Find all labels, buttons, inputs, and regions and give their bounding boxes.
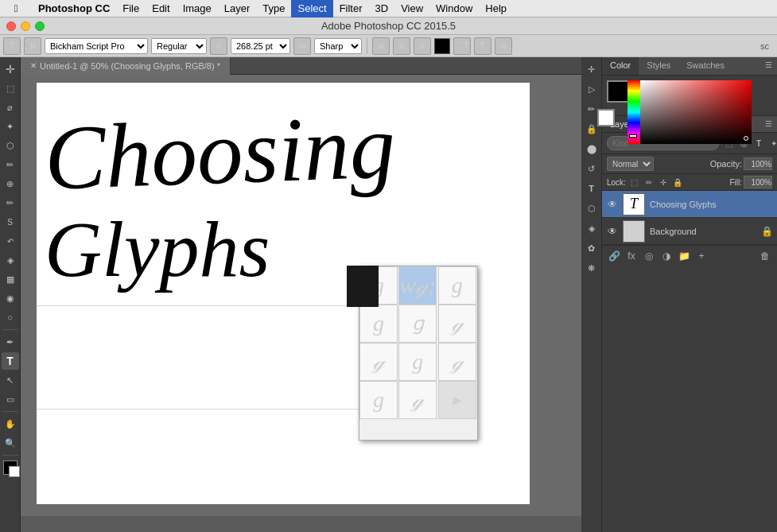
history-brush-tool[interactable]: ↶ [2, 232, 19, 250]
foreground-color[interactable] [3, 460, 17, 475]
add-style-btn[interactable]: fx [624, 249, 639, 263]
background-swatch[interactable] [597, 109, 615, 126]
pen-tool[interactable]: ✒ [2, 333, 19, 351]
fill-input[interactable] [744, 176, 772, 188]
glyph-cell-4[interactable]: ɡ [398, 305, 437, 343]
lasso-tool[interactable]: ⌀ [2, 99, 19, 116]
eyedropper-tool[interactable]: ✏ [2, 156, 19, 173]
tab-swatches[interactable]: Swatches [678, 57, 732, 75]
lock-pixels-icon[interactable]: ⬚ [629, 177, 640, 188]
flower-r[interactable]: ❋ [583, 259, 600, 277]
color-r[interactable]: ◈ [583, 219, 600, 237]
saturation-handle[interactable] [744, 136, 748, 141]
maximize-button[interactable] [35, 21, 45, 31]
move-tool[interactable]: ✛ [2, 60, 19, 78]
layer-visibility-eye-text[interactable]: 👁 [607, 199, 618, 210]
close-button[interactable] [6, 21, 16, 31]
foreground-swatch[interactable] [607, 80, 629, 103]
lock-all-icon[interactable]: 🔒 [672, 177, 683, 188]
shape-tool[interactable]: ▭ [2, 390, 19, 408]
paragraph-btn[interactable]: ¶ [474, 37, 491, 55]
brush-tool[interactable]: ✏ [2, 194, 19, 212]
anti-alias-select[interactable]: Sharp [314, 38, 362, 54]
hand-tool[interactable]: ✋ [2, 415, 19, 433]
play-btn[interactable]: ▷ [583, 80, 600, 98]
align-left-btn[interactable]: ≡ [372, 37, 390, 55]
menu-edit[interactable]: Edit [146, 0, 176, 17]
move-tool-r[interactable]: ✛ [583, 60, 600, 78]
menu-image[interactable]: Image [177, 0, 218, 17]
eraser-tool[interactable]: ◈ [2, 251, 19, 269]
lock-position-icon[interactable]: ✏ [643, 177, 655, 188]
type-tool[interactable]: T [2, 352, 19, 370]
menu-window[interactable]: Window [429, 0, 479, 17]
filter-type-icon[interactable]: T [752, 137, 765, 150]
glyph-cell-7[interactable]: g [398, 343, 437, 381]
clone-tool[interactable]: S [2, 213, 19, 231]
canvas-background[interactable]: Choosing Glyphs g wℊ; g g ɡ ℊ ℊ [21, 75, 581, 516]
plugin-r[interactable]: ✿ [583, 239, 600, 257]
healing-tool[interactable]: ⊕ [2, 175, 19, 192]
cancel-btn[interactable]: ⊘ [495, 37, 512, 55]
zoom-tool[interactable]: 🔍 [2, 434, 19, 452]
menu-type[interactable]: Type [256, 0, 291, 17]
glyph-cell-8[interactable]: ℊ [438, 343, 476, 381]
add-mask-btn[interactable]: ◎ [642, 249, 656, 263]
add-layer-btn[interactable]: + [694, 249, 709, 263]
font-size-select[interactable]: 268.25 pt [231, 38, 290, 54]
menu-layer[interactable]: Layer [218, 0, 257, 17]
glyph-cell-1[interactable]: wℊ; [398, 266, 437, 305]
lock-move-icon[interactable]: ✛ [658, 177, 669, 188]
glyph-cell-5[interactable]: ℊ [438, 305, 476, 343]
menu-filter[interactable]: Filter [333, 0, 369, 17]
minimize-button[interactable] [21, 21, 30, 31]
superscript-btn[interactable]: aa [293, 37, 311, 55]
swirl-r[interactable]: ↺ [583, 160, 600, 177]
gradient-tool[interactable]: ▦ [2, 270, 19, 288]
add-group-btn[interactable]: 📁 [677, 249, 691, 263]
background-color[interactable] [9, 466, 20, 477]
delete-layer-btn[interactable]: 🗑 [758, 249, 772, 263]
glyph-next-btn[interactable]: ▶ [438, 381, 476, 419]
font-family-select[interactable]: Bickham Script Pro [45, 38, 148, 54]
align-right-btn[interactable]: ≡ [414, 37, 431, 55]
add-adjustment-btn[interactable]: ◑ [659, 249, 674, 263]
apple-menu[interactable]:  [0, 2, 32, 14]
marquee-tool[interactable]: ⬚ [2, 80, 19, 97]
font-style-select[interactable]: Regular [151, 38, 207, 54]
dodge-tool[interactable]: ○ [2, 309, 19, 326]
menu-help[interactable]: Help [479, 0, 513, 17]
tab-styles[interactable]: Styles [639, 57, 678, 75]
tab-close[interactable]: ✕ [30, 61, 37, 70]
color-panel-menu[interactable]: ☰ [760, 57, 777, 75]
glyph-cell-10[interactable]: ℊ [398, 381, 437, 419]
type-r[interactable]: T [583, 180, 600, 197]
blur-tool[interactable]: ◉ [2, 289, 19, 307]
path-select-tool[interactable]: ↖ [2, 371, 19, 389]
color-saturation-box[interactable] [640, 80, 752, 144]
blend-mode-select[interactable]: Normal [607, 157, 654, 171]
canvas-tab[interactable]: ✕ Untitled-1 @ 50% (Choosing Glyphs, RGB… [21, 57, 231, 75]
opacity-input[interactable] [744, 157, 772, 170]
glyph-cell-9[interactable]: g [359, 381, 398, 419]
glyph-cell-2[interactable]: g [438, 266, 476, 305]
glyph-cell-3[interactable]: g [359, 305, 398, 343]
tool-preset-btn[interactable]: T [3, 37, 21, 55]
align-center-btn[interactable]: ≡ [393, 37, 410, 55]
filter-shape-icon[interactable]: ✦ [767, 137, 777, 150]
text-orient-btn[interactable]: ⇅ [24, 37, 41, 55]
layer-visibility-eye-bg[interactable]: 👁 [607, 226, 618, 237]
magic-wand-tool[interactable]: ✦ [2, 118, 19, 135]
tab-color[interactable]: Color [602, 57, 639, 75]
link-layers-btn[interactable]: 🔗 [607, 249, 621, 263]
shape-r[interactable]: ⬡ [583, 200, 600, 217]
layer-item-bg[interactable]: 👁 Background 🔒 [602, 218, 777, 245]
adjust-r[interactable]: ⬤ [583, 140, 600, 157]
layers-panel-menu[interactable]: ☰ [760, 116, 777, 132]
hue-spectrum[interactable] [627, 80, 640, 144]
crop-tool[interactable]: ⬡ [2, 137, 19, 154]
menu-file[interactable]: File [116, 0, 146, 17]
menu-select[interactable]: Select [291, 0, 332, 17]
text-color-swatch[interactable] [434, 38, 450, 54]
app-name[interactable]: Photoshop CC [32, 0, 116, 17]
